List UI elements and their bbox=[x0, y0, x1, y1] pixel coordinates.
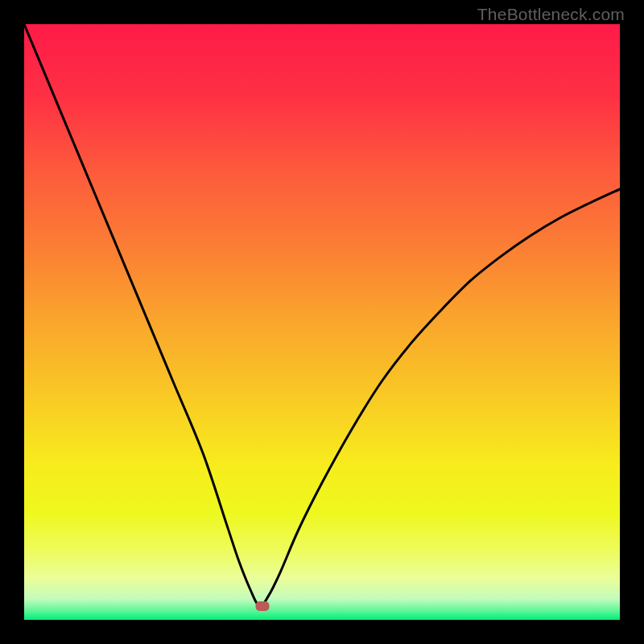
watermark-text: TheBottleneck.com bbox=[477, 5, 625, 24]
plot-area bbox=[24, 24, 620, 620]
bottleneck-curve bbox=[24, 24, 620, 620]
optimal-point-marker bbox=[256, 601, 270, 611]
chart-frame: TheBottleneck.com bbox=[0, 0, 644, 644]
